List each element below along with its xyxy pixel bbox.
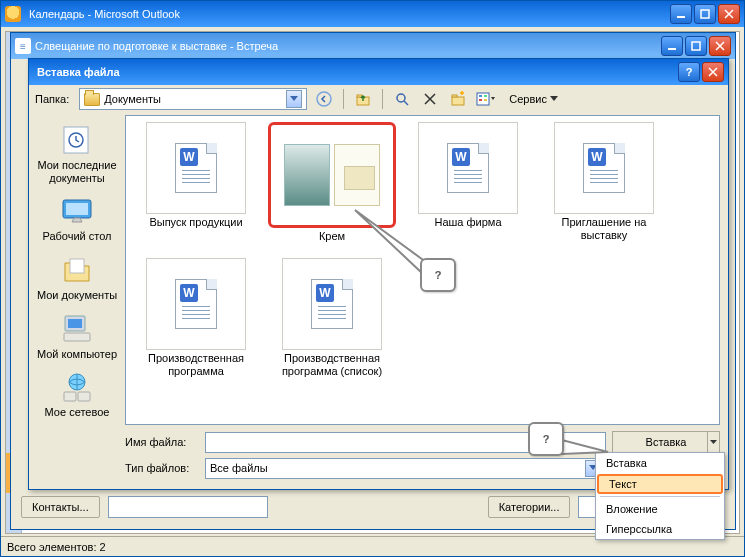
callout-question-1: ? <box>420 258 456 292</box>
svg-rect-24 <box>64 392 76 401</box>
word-doc-icon <box>418 122 518 214</box>
contacts-input[interactable] <box>108 496 268 518</box>
place-mydocs[interactable]: Мои документы <box>33 249 121 306</box>
meeting-titlebar: Слвещание по подготовке к выставке - Вст… <box>11 33 735 59</box>
place-label: Рабочий стол <box>35 230 119 243</box>
outlook-title: Календарь - Microsoft Outlook <box>25 8 670 20</box>
places-bar: Мои последние документы Рабочий стол Мои… <box>29 113 125 489</box>
place-label: Мои документы <box>35 289 119 302</box>
file-label: Наша фирма <box>434 216 501 229</box>
place-desktop[interactable]: Рабочий стол <box>33 190 121 247</box>
filename-label: Имя файла: <box>125 436 199 448</box>
new-folder-icon[interactable] <box>447 88 469 110</box>
dialog-titlebar: Вставка файла ? <box>29 59 728 85</box>
dialog-close-button[interactable] <box>702 62 724 82</box>
file-label: Производственная программа <box>132 352 260 378</box>
meeting-close-button[interactable] <box>709 36 731 56</box>
dropdown-item[interactable]: Гиперссылка <box>596 519 724 539</box>
svg-rect-11 <box>479 95 482 97</box>
meeting-icon <box>15 38 31 54</box>
svg-point-4 <box>317 92 331 106</box>
meeting-minimize-button[interactable] <box>661 36 683 56</box>
folder-combo[interactable]: Документы <box>79 88 307 110</box>
mydocs-icon <box>60 253 94 287</box>
desktop-icon <box>60 194 94 228</box>
svg-rect-10 <box>477 93 489 105</box>
dialog-toolbar: Папка: Документы Сервис <box>29 85 728 113</box>
svg-rect-13 <box>484 95 487 97</box>
svg-rect-8 <box>452 97 464 105</box>
file-item[interactable]: Производственная программа <box>132 258 260 388</box>
file-label: Выпуск продукции <box>149 216 242 229</box>
close-button[interactable] <box>718 4 740 24</box>
computer-icon <box>60 312 94 346</box>
svg-rect-0 <box>677 16 685 18</box>
meeting-title: Слвещание по подготовке к выставке - Вст… <box>35 40 661 52</box>
svg-rect-18 <box>66 203 88 215</box>
file-item[interactable]: Приглашение на выставку <box>540 122 668 252</box>
word-doc-icon <box>146 258 246 350</box>
insert-button[interactable]: Вставка <box>612 431 720 453</box>
meeting-maximize-button[interactable] <box>685 36 707 56</box>
dialog-title: Вставка файла <box>33 66 678 78</box>
place-recent[interactable]: Мои последние документы <box>33 119 121 188</box>
back-icon[interactable] <box>313 88 335 110</box>
word-doc-icon <box>554 122 654 214</box>
up-folder-icon[interactable] <box>352 88 374 110</box>
folder-dropdown-arrow[interactable] <box>286 90 302 108</box>
svg-rect-25 <box>78 392 90 401</box>
dropdown-item[interactable]: Вложение <box>596 499 724 519</box>
outlook-titlebar: Календарь - Microsoft Outlook <box>1 1 744 27</box>
callout-question-2: ? <box>528 422 564 456</box>
svg-rect-19 <box>70 259 84 273</box>
svg-rect-21 <box>68 319 82 328</box>
callout-tail-2 <box>558 430 618 470</box>
maximize-button[interactable] <box>694 4 716 24</box>
dialog-help-button[interactable]: ? <box>678 62 700 82</box>
place-network[interactable]: Мое сетевое <box>33 366 121 423</box>
recent-docs-icon <box>60 123 94 157</box>
folder-value: Документы <box>104 93 161 105</box>
search-icon[interactable] <box>391 88 413 110</box>
place-label: Мое сетевое <box>35 406 119 419</box>
svg-rect-2 <box>668 48 676 50</box>
status-text: Всего элементов: 2 <box>7 541 106 553</box>
place-label: Мои последние документы <box>35 159 119 184</box>
tools-menu[interactable]: Сервис <box>503 88 564 110</box>
file-label: Крем <box>319 230 345 243</box>
folder-label: Папка: <box>35 93 73 105</box>
outlook-app-icon <box>5 6 21 22</box>
delete-icon[interactable] <box>419 88 441 110</box>
filetype-label: Тип файлов: <box>125 462 199 474</box>
categories-button[interactable]: Категории... <box>488 496 571 518</box>
network-icon <box>60 370 94 404</box>
svg-rect-12 <box>479 99 482 101</box>
place-label: Мой компьютер <box>35 348 119 361</box>
file-label: Приглашение на выставку <box>540 216 668 242</box>
contacts-button[interactable]: Контакты... <box>21 496 100 518</box>
word-doc-icon <box>146 122 246 214</box>
svg-rect-14 <box>484 99 487 101</box>
minimize-button[interactable] <box>670 4 692 24</box>
views-icon[interactable] <box>475 88 497 110</box>
svg-rect-1 <box>701 10 709 18</box>
place-mycomputer[interactable]: Мой компьютер <box>33 308 121 365</box>
svg-rect-3 <box>692 42 700 50</box>
filetype-combo[interactable]: Все файлы <box>205 458 606 479</box>
svg-rect-22 <box>64 333 90 341</box>
insert-dropdown-arrow[interactable] <box>707 432 719 452</box>
file-label: Производственная программа (список) <box>268 352 396 378</box>
svg-point-7 <box>397 94 405 102</box>
file-item[interactable]: Выпуск продукции <box>132 122 260 252</box>
folder-icon <box>84 93 100 106</box>
dropdown-item[interactable]: Текст <box>597 474 723 494</box>
svg-rect-9 <box>452 95 457 97</box>
